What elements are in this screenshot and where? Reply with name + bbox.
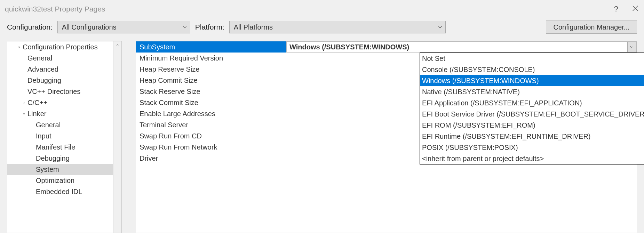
tree-item[interactable]: General — [7, 119, 113, 130]
chevron-down-icon — [438, 23, 443, 31]
tree-item[interactable]: Debugging — [7, 75, 113, 86]
property-name: Heap Commit Size — [136, 75, 286, 86]
dropdown-option[interactable]: POSIX (/SUBSYSTEM:POSIX) — [420, 142, 644, 153]
dropdown-option[interactable]: Console (/SUBSYSTEM:CONSOLE) — [420, 64, 644, 75]
tree-item-label: General — [36, 121, 61, 129]
tree-item-label: System — [36, 166, 59, 174]
dropdown-option[interactable]: <inherit from parent or project defaults… — [420, 153, 644, 164]
tree-item-label: Linker — [27, 110, 46, 118]
tree-item-label: Optimization — [36, 177, 74, 185]
dropdown-option[interactable]: Native (/SUBSYSTEM:NATIVE) — [420, 86, 644, 97]
configuration-manager-button[interactable]: Configuration Manager... — [546, 21, 637, 34]
configuration-value: All Configurations — [62, 23, 117, 31]
property-name: Swap Run From Network — [136, 142, 286, 153]
property-grid: SubSystemWindows (/SUBSYSTEM:WINDOWS)Min… — [136, 41, 637, 233]
property-row[interactable]: SubSystemWindows (/SUBSYSTEM:WINDOWS) — [136, 41, 637, 53]
dropdown-option[interactable]: EFI Boot Service Driver (/SUBSYSTEM:EFI_… — [420, 109, 644, 120]
tree-item[interactable]: Input — [7, 130, 113, 142]
dropdown-button[interactable] — [627, 42, 636, 52]
dropdown-option[interactable]: EFI Runtime (/SUBSYSTEM:EFI_RUNTIME_DRIV… — [420, 131, 644, 142]
tree-item-label: Configuration Properties — [23, 43, 98, 51]
expand-icon[interactable] — [22, 99, 27, 107]
tree-item-label: C/C++ — [27, 99, 48, 107]
tree-item-label: Input — [36, 132, 51, 140]
tree-item-label: Advanced — [27, 65, 58, 73]
platform-value: All Platforms — [234, 23, 273, 31]
platform-combo[interactable]: All Platforms — [229, 21, 446, 33]
tree-item[interactable]: Configuration Properties — [7, 41, 113, 53]
dropdown-option[interactable]: EFI ROM (/SUBSYSTEM:EFI_ROM) — [420, 120, 644, 131]
property-name: SubSystem — [136, 41, 286, 53]
property-value[interactable]: Windows (/SUBSYSTEM:WINDOWS) — [286, 41, 637, 53]
help-icon[interactable]: ? — [614, 5, 618, 14]
tree-item-label: Debugging — [27, 77, 61, 85]
tree-item[interactable]: System — [7, 164, 113, 175]
property-name: Driver — [136, 153, 286, 164]
close-icon[interactable] — [631, 5, 639, 14]
configuration-combo[interactable]: All Configurations — [57, 21, 190, 33]
property-name: Minimum Required Version — [136, 53, 286, 64]
tree-item[interactable]: VC++ Directories — [7, 86, 113, 97]
tree-item[interactable]: Embedded IDL — [7, 186, 113, 197]
subsystem-dropdown-list[interactable]: Not SetConsole (/SUBSYSTEM:CONSOLE)Windo… — [420, 53, 644, 164]
scroll-up-icon[interactable] — [116, 41, 119, 49]
configuration-manager-label: Configuration Manager... — [553, 23, 629, 31]
tree-item[interactable]: C/C++ — [7, 97, 113, 108]
dropdown-option[interactable]: Windows (/SUBSYSTEM:WINDOWS) — [420, 75, 644, 86]
tree-item-label: Debugging — [36, 154, 70, 162]
tree-item[interactable]: Linker — [7, 108, 113, 119]
tree-item-label: General — [27, 54, 52, 62]
tree-item-label: Embedded IDL — [36, 188, 82, 196]
collapse-icon[interactable] — [17, 43, 23, 51]
dropdown-option[interactable]: EFI Application (/SUBSYSTEM:EFI_APPLICAT… — [420, 97, 644, 109]
tree-item[interactable]: Manifest File — [7, 142, 113, 153]
dropdown-option[interactable]: Not Set — [420, 53, 644, 64]
property-name: Terminal Server — [136, 119, 286, 130]
property-name: Stack Commit Size — [136, 97, 286, 108]
property-name: Enable Large Addresses — [136, 108, 286, 119]
property-name: Stack Reserve Size — [136, 86, 286, 97]
tree-item[interactable]: General — [7, 53, 113, 64]
configuration-label: Configuration: — [7, 23, 53, 31]
property-name: Heap Reserve Size — [136, 64, 286, 75]
property-name: Swap Run From CD — [136, 130, 286, 142]
tree-scrollbar[interactable] — [113, 41, 121, 233]
tree-item-label: Manifest File — [36, 143, 75, 151]
property-tree: Configuration PropertiesGeneralAdvancedD… — [7, 41, 122, 233]
tree-item-label: VC++ Directories — [27, 88, 80, 96]
platform-label: Platform: — [195, 23, 224, 31]
tree-item[interactable]: Debugging — [7, 153, 113, 164]
tree-item[interactable]: Advanced — [7, 64, 113, 75]
chevron-down-icon — [182, 23, 187, 31]
tree-item[interactable]: Optimization — [7, 175, 113, 186]
window-title: quickwin32test Property Pages — [5, 5, 614, 13]
collapse-icon[interactable] — [22, 110, 27, 118]
